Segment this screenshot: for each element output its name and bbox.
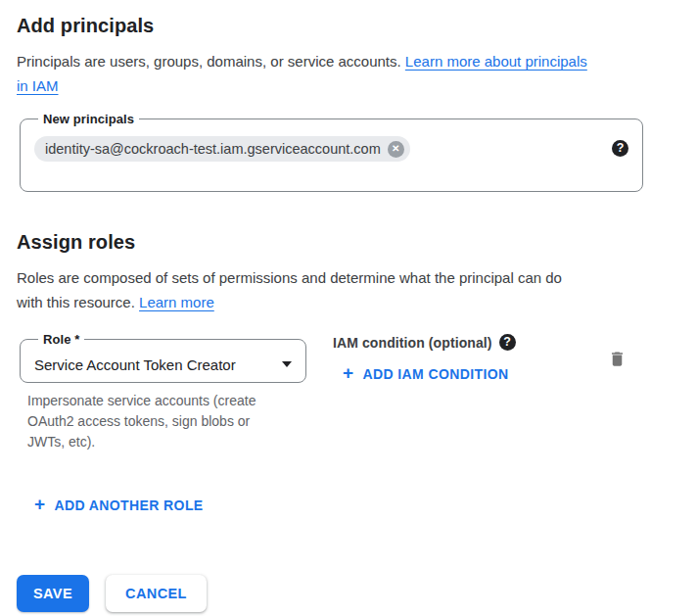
learn-more-principals-link-line2: in IAM (17, 77, 59, 94)
roles-description-line2: with this resource. (17, 294, 135, 310)
iam-condition-label-row: IAM condition (optional) ? (333, 334, 517, 351)
role-helper-text: Impersonate service accounts (create OAu… (27, 391, 284, 452)
remove-principal-icon[interactable]: ✕ (388, 141, 404, 158)
dialog-actions: SAVE CANCEL (17, 575, 681, 612)
add-iam-condition-label: ADD IAM CONDITION (363, 366, 509, 382)
learn-more-principals-link-line1: Learn more about principals (405, 53, 587, 70)
chevron-down-icon (282, 361, 292, 367)
add-principals-panel: Add principals Principals are users, gro… (0, 0, 698, 612)
principals-description-text: Principals are users, groups, domains, o… (17, 53, 401, 70)
new-principals-label: New principals (38, 112, 139, 126)
role-column: Role * Service Account Token Creator Imp… (20, 332, 309, 452)
role-label: Role * (38, 332, 84, 347)
principals-description: Principals are users, groups, domains, o… (17, 49, 663, 98)
learn-more-roles-link[interactable]: Learn more (139, 294, 214, 310)
iam-condition-help-icon[interactable]: ? (499, 334, 516, 351)
add-another-role-button[interactable]: + ADD ANOTHER ROLE (26, 492, 211, 518)
iam-condition-column: IAM condition (optional) ? + ADD IAM CON… (333, 332, 517, 387)
roles-description-line1: Roles are composed of sets of permission… (17, 269, 562, 286)
roles-description: Roles are composed of sets of permission… (17, 265, 663, 314)
principal-chip: identity-sa@cockroach-test.iam.gservicea… (34, 136, 410, 162)
plus-icon: + (34, 495, 46, 513)
add-iam-condition-button[interactable]: + ADD IAM CONDITION (335, 360, 517, 387)
cancel-button[interactable]: CANCEL (106, 575, 207, 612)
assign-roles-title: Assign roles (17, 231, 681, 254)
add-principals-title: Add principals (17, 0, 681, 37)
new-principals-field[interactable]: New principals identity-sa@cockroach-tes… (20, 112, 643, 192)
new-principals-input-area[interactable]: identity-sa@cockroach-test.iam.gservicea… (34, 126, 628, 191)
delete-role-button[interactable] (604, 346, 630, 372)
principal-chip-text: identity-sa@cockroach-test.iam.gservicea… (45, 141, 381, 157)
role-selected-value: Service Account Token Creator (34, 356, 236, 373)
add-another-role-label: ADD ANOTHER ROLE (55, 498, 204, 513)
save-button[interactable]: SAVE (17, 575, 89, 612)
role-select-value-row[interactable]: Service Account Token Creator (34, 347, 292, 382)
plus-icon: + (343, 363, 354, 382)
role-select[interactable]: Role * Service Account Token Creator (20, 332, 306, 383)
iam-condition-label: IAM condition (optional) (333, 335, 492, 351)
role-binding-row: Role * Service Account Token Creator Imp… (17, 332, 681, 452)
trash-icon (608, 356, 627, 371)
principals-help-icon[interactable]: ? (612, 140, 628, 157)
